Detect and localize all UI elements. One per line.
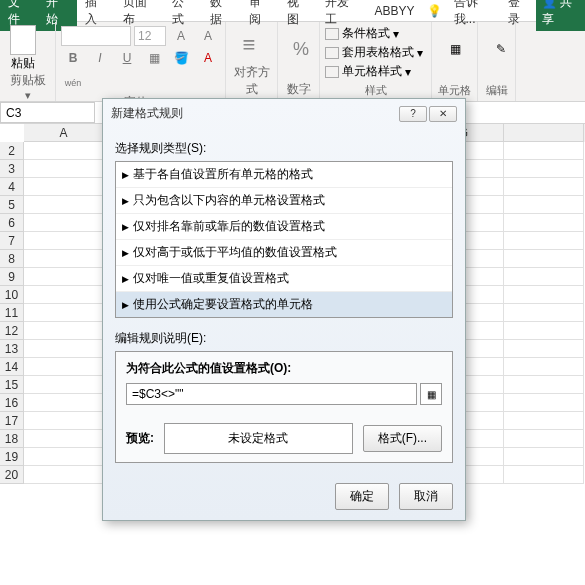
cell[interactable]	[504, 178, 584, 196]
format-button[interactable]: 格式(F)...	[363, 425, 442, 452]
share-label: 共享	[542, 0, 572, 26]
row-header[interactable]: 13	[0, 340, 24, 358]
edit-button[interactable]: ✎	[483, 25, 519, 73]
font-color-icon[interactable]: A	[196, 47, 220, 69]
cell[interactable]	[504, 142, 584, 160]
row-header[interactable]: 12	[0, 322, 24, 340]
align-button[interactable]: ≡	[231, 25, 267, 64]
cell[interactable]	[24, 142, 104, 160]
fill-color-icon[interactable]: 🪣	[169, 47, 193, 69]
font-name-input[interactable]	[61, 26, 131, 46]
cell[interactable]	[504, 160, 584, 178]
cell[interactable]	[504, 340, 584, 358]
formula-label: 为符合此公式的值设置格式(O):	[126, 360, 442, 377]
cell[interactable]	[24, 394, 104, 412]
cell[interactable]	[504, 466, 584, 484]
row-header[interactable]: 18	[0, 430, 24, 448]
cell[interactable]	[504, 250, 584, 268]
rule-type-item[interactable]: ▶仅对高于或低于平均值的数值设置格式	[116, 240, 452, 266]
row-header[interactable]: 6	[0, 214, 24, 232]
col-header[interactable]: A	[24, 124, 104, 142]
rule-type-item[interactable]: ▶仅对排名靠前或靠后的数值设置格式	[116, 214, 452, 240]
row-header[interactable]: 3	[0, 160, 24, 178]
cell[interactable]	[504, 358, 584, 376]
cell[interactable]	[504, 412, 584, 430]
cell[interactable]	[504, 376, 584, 394]
cell[interactable]	[504, 394, 584, 412]
preview-label: 预览:	[126, 430, 154, 447]
conditional-format-button[interactable]: 条件格式 ▾	[325, 25, 426, 42]
row-header[interactable]: 7	[0, 232, 24, 250]
share-button[interactable]: 👤 共享	[536, 0, 585, 31]
cell[interactable]	[504, 232, 584, 250]
name-box[interactable]	[0, 102, 95, 123]
triangle-icon: ▶	[122, 248, 129, 258]
formula-input[interactable]	[126, 383, 417, 405]
cell[interactable]	[504, 430, 584, 448]
cell[interactable]	[504, 214, 584, 232]
row-header[interactable]: 5	[0, 196, 24, 214]
cell[interactable]	[504, 448, 584, 466]
ok-button[interactable]: 确定	[335, 483, 389, 510]
number-group-label: 数字	[283, 81, 314, 98]
cell[interactable]	[24, 304, 104, 322]
cell[interactable]	[24, 412, 104, 430]
range-picker-icon: ▦	[427, 389, 436, 400]
cell[interactable]	[24, 178, 104, 196]
row-header[interactable]: 15	[0, 376, 24, 394]
cancel-button[interactable]: 取消	[399, 483, 453, 510]
cell[interactable]	[24, 376, 104, 394]
rule-type-item[interactable]: ▶仅对唯一值或重复值设置格式	[116, 266, 452, 292]
cell[interactable]	[24, 250, 104, 268]
table-format-button[interactable]: 套用表格格式 ▾	[325, 44, 426, 61]
cell[interactable]	[504, 322, 584, 340]
row-header[interactable]: 9	[0, 268, 24, 286]
row-header[interactable]: 17	[0, 412, 24, 430]
row-header[interactable]: 4	[0, 178, 24, 196]
increase-font-icon[interactable]: A	[169, 25, 193, 47]
cell[interactable]	[24, 358, 104, 376]
decrease-font-icon[interactable]: A	[196, 25, 220, 47]
cell[interactable]	[24, 448, 104, 466]
tab-abbyy[interactable]: ABBYY	[366, 1, 422, 21]
bold-icon[interactable]: B	[61, 47, 85, 69]
row-header[interactable]: 2	[0, 142, 24, 160]
cell[interactable]	[24, 214, 104, 232]
rule-type-item[interactable]: ▶只为包含以下内容的单元格设置格式	[116, 188, 452, 214]
col-header[interactable]	[504, 124, 584, 142]
cells-button[interactable]: ▦	[437, 25, 473, 73]
paste-button[interactable]: 粘贴	[5, 25, 41, 72]
font-size-input[interactable]	[134, 26, 166, 46]
row-header[interactable]: 8	[0, 250, 24, 268]
row-header[interactable]: 19	[0, 448, 24, 466]
cell-style-button[interactable]: 单元格样式 ▾	[325, 63, 426, 80]
row-header[interactable]: 10	[0, 286, 24, 304]
cell[interactable]	[24, 268, 104, 286]
underline-icon[interactable]: U	[115, 47, 139, 69]
rule-type-item[interactable]: ▶使用公式确定要设置格式的单元格	[116, 292, 452, 317]
row-header[interactable]: 14	[0, 358, 24, 376]
phonetic-icon[interactable]: wén	[61, 72, 85, 94]
cell[interactable]	[24, 466, 104, 484]
row-header[interactable]: 16	[0, 394, 24, 412]
cell[interactable]	[24, 286, 104, 304]
dialog-help-button[interactable]: ?	[399, 106, 427, 122]
cell[interactable]	[504, 304, 584, 322]
cell[interactable]	[24, 430, 104, 448]
cell[interactable]	[24, 340, 104, 358]
row-header[interactable]: 11	[0, 304, 24, 322]
number-button[interactable]: %	[283, 25, 319, 73]
cell[interactable]	[504, 268, 584, 286]
cell[interactable]	[504, 286, 584, 304]
border-icon[interactable]: ▦	[142, 47, 166, 69]
cell[interactable]	[504, 196, 584, 214]
cell[interactable]	[24, 196, 104, 214]
cell[interactable]	[24, 160, 104, 178]
cell[interactable]	[24, 322, 104, 340]
dialog-close-button[interactable]: ✕	[429, 106, 457, 122]
row-header[interactable]: 20	[0, 466, 24, 484]
range-picker-button[interactable]: ▦	[420, 383, 442, 405]
italic-icon[interactable]: I	[88, 47, 112, 69]
rule-type-item[interactable]: ▶基于各自值设置所有单元格的格式	[116, 162, 452, 188]
cell[interactable]	[24, 232, 104, 250]
